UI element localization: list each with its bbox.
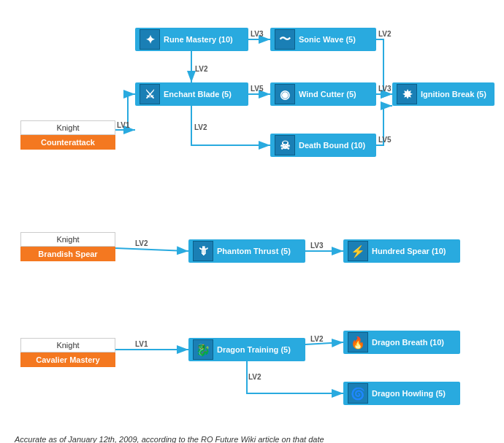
svg-text:LV3: LV3 (251, 30, 264, 38)
svg-text:LV2: LV2 (135, 239, 148, 247)
rune-mastery-icon: ✦ (140, 29, 160, 50)
svg-text:LV2: LV2 (248, 373, 261, 381)
arrows-overlay: LV2 LV3 LV5 LV1 LV2 LV2 LV3 LV5 LV2 (7, 7, 497, 443)
rune-mastery-label: Rune Mastery (10) (164, 35, 233, 44)
knight-label-top-ca: Knight (20, 120, 115, 135)
wind-cutter-icon: ◉ (275, 84, 295, 104)
hundred-spear-label: Hundred Spear (10) (372, 247, 446, 255)
enchant-blade-label: Enchant Blade (5) (164, 90, 232, 99)
svg-text:LV3: LV3 (310, 242, 324, 250)
knight-label-top-bs: Knight (20, 232, 115, 247)
death-bound-icon: ☠ (275, 135, 295, 155)
knight-cavalier-node: Knight Cavalier Mastery (20, 338, 115, 367)
rune-mastery-node: ✦ Rune Mastery (10) (135, 28, 248, 51)
phantom-thrust-node: 🗡 Phantom Thrust (5) (188, 239, 305, 263)
sonic-wave-label: Sonic Wave (5) (299, 35, 356, 44)
sonic-wave-node: 〜 Sonic Wave (5) (270, 28, 376, 51)
wind-cutter-label: Wind Cutter (5) (299, 90, 356, 99)
phantom-thrust-icon: 🗡 (193, 241, 213, 261)
dragon-howling-icon: 🌀 (348, 383, 368, 404)
knight-label-bottom-ca: Counterattack (20, 135, 115, 150)
svg-text:LV2: LV2 (194, 123, 207, 131)
dragon-breath-icon: 🔥 (348, 332, 368, 353)
death-bound-label: Death Bound (10) (299, 141, 365, 150)
dragon-breath-node: 🔥 Dragon Breath (10) (343, 331, 460, 354)
footnote: Accurate as of January 12th, 2009, accor… (15, 435, 324, 443)
hundred-spear-node: ⚡ Hundred Spear (10) (343, 239, 460, 263)
sonic-wave-icon: 〜 (275, 29, 295, 50)
svg-text:LV1: LV1 (117, 121, 130, 129)
knight-label-top-cm: Knight (20, 338, 115, 353)
enchant-blade-node: ⚔ Enchant Blade (5) (135, 82, 248, 106)
dragon-training-icon: 🐉 (193, 339, 213, 360)
knight-label-bottom-bs: Brandish Spear (20, 247, 115, 261)
svg-text:LV5: LV5 (251, 85, 264, 93)
knight-label-bottom-cm: Cavalier Mastery (20, 353, 115, 367)
ignition-break-icon: ✸ (397, 84, 417, 104)
svg-text:LV2: LV2 (378, 30, 392, 38)
ignition-break-node: ✸ Ignition Break (5) (392, 82, 495, 106)
ignition-break-label: Ignition Break (5) (421, 90, 486, 99)
phantom-thrust-label: Phantom Thrust (5) (217, 247, 291, 255)
svg-text:LV1: LV1 (135, 340, 148, 348)
knight-brandish-node: Knight Brandish Spear (20, 232, 115, 261)
dragon-training-label: Dragon Training (5) (217, 345, 291, 354)
enchant-blade-icon: ⚔ (140, 84, 160, 104)
svg-text:LV5: LV5 (378, 136, 392, 144)
dragon-howling-label: Dragon Howling (5) (372, 389, 446, 398)
dragon-breath-label: Dragon Breath (10) (372, 338, 444, 347)
dragon-training-node: 🐉 Dragon Training (5) (188, 338, 305, 361)
hundred-spear-icon: ⚡ (348, 241, 368, 261)
svg-text:LV3: LV3 (378, 85, 392, 93)
svg-line-14 (115, 248, 188, 251)
death-bound-node: ☠ Death Bound (10) (270, 134, 376, 157)
svg-text:LV2: LV2 (195, 65, 208, 73)
knight-counterattack-node: Knight Counterattack (20, 120, 115, 150)
dragon-howling-node: 🌀 Dragon Howling (5) (343, 382, 460, 405)
svg-text:LV2: LV2 (310, 335, 324, 343)
wind-cutter-node: ◉ Wind Cutter (5) (270, 82, 376, 106)
svg-line-20 (305, 342, 343, 344)
